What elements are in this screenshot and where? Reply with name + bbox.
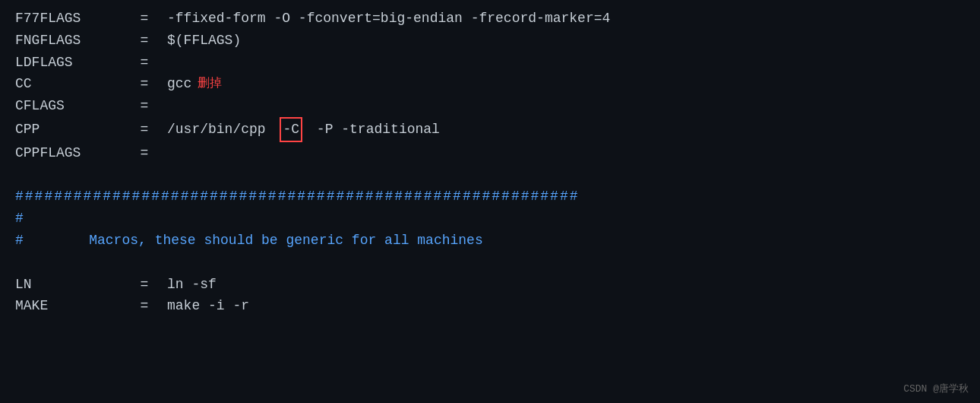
make-eq: = [122,295,167,317]
comment-text-line: # Macros, these should be generic for al… [15,230,965,252]
comment-text: # Macros, these should be generic for al… [15,230,483,252]
cc-var: CC [15,73,122,95]
ln-line: LN = ln -sf [15,274,965,296]
f77flags-var: F77FLAGS [15,8,122,30]
terminal-window: F77FLAGS = -ffixed-form -O -fconvert=big… [0,0,980,403]
cflags-line: CFLAGS = [15,95,965,117]
comment-hash-line: # [15,208,965,230]
cc-eq: = [122,73,167,95]
empty-line-1 [15,164,965,186]
watermark: CSDN @唐学秋 [903,382,969,395]
cppflags-eq: = [122,142,167,164]
f77flags-value: -ffixed-form -O -fconvert=big-endian -fr… [167,8,610,30]
cpp-eq: = [122,119,167,141]
cpp-boxed-c: -C [280,117,302,142]
cppflags-var: CPPFLAGS [15,142,122,164]
cc-annotation-container: gcc 删掉 [167,73,222,95]
cc-annotation: 删掉 [198,75,222,94]
fngflags-var: FNGFLAGS [15,30,122,52]
fngflags-value: $(FFLAGS) [167,30,241,52]
comment-hash-text: # [15,208,24,230]
hash-separator: ########################################… [15,186,965,208]
ln-value: ln -sf [167,274,217,296]
empty-line-2 [15,252,965,274]
f77flags-eq: = [122,8,167,30]
make-value: make -i -r [167,295,249,317]
cpp-value-container: /usr/bin/cpp -C -P -traditional [167,117,440,142]
f77flags-line: F77FLAGS = -ffixed-form -O -fconvert=big… [15,8,965,30]
cc-value: gcc [167,73,191,95]
hash-separator-text: ########################################… [15,186,580,208]
cpp-after-value: -P -traditional [317,119,440,141]
cflags-var: CFLAGS [15,95,122,117]
cc-line: CC = gcc 删掉 [15,73,965,95]
fngflags-eq: = [122,30,167,52]
make-line: MAKE = make -i -r [15,295,965,317]
make-var: MAKE [15,295,122,317]
cflags-eq: = [122,95,167,117]
ln-eq: = [122,274,167,296]
ldflags-eq: = [122,52,167,74]
fngflags-line: FNGFLAGS = $(FFLAGS) [15,30,965,52]
ln-var: LN [15,274,122,296]
ldflags-line: LDFLAGS = [15,52,965,74]
cpp-var: CPP [15,119,122,141]
ldflags-var: LDFLAGS [15,52,122,74]
cppflags-line: CPPFLAGS = [15,142,965,164]
cpp-before-value: /usr/bin/cpp [167,119,266,141]
watermark-text: CSDN @唐学秋 [903,383,969,395]
cpp-line: CPP = /usr/bin/cpp -C -P -traditional [15,117,965,142]
